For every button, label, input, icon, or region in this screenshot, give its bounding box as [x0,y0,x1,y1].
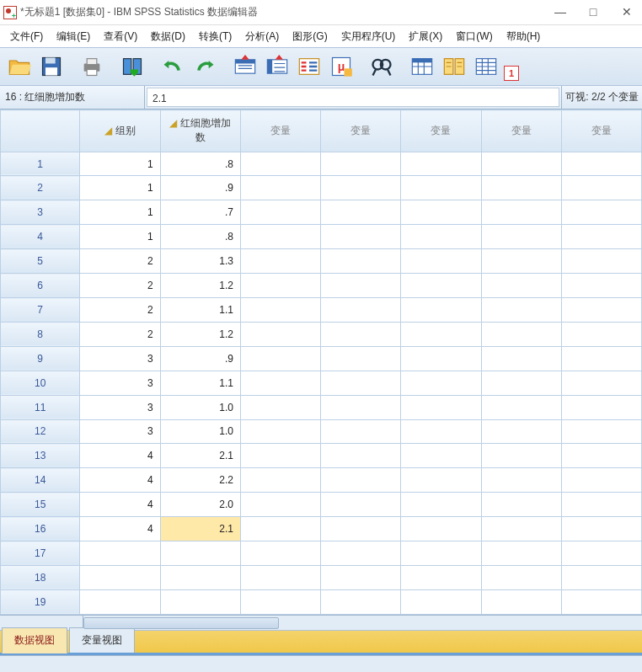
row-header[interactable]: 5 [1,249,80,274]
data-cell[interactable] [160,589,240,614]
row-header[interactable]: 7 [1,298,80,323]
data-cell[interactable]: 2.1 [160,444,240,468]
data-cell[interactable]: 1 [80,225,160,249]
data-cell[interactable] [241,589,321,614]
data-cell[interactable] [401,346,481,371]
data-cell[interactable]: 2.0 [160,493,240,517]
menu-graphs[interactable]: 图形(G) [286,27,334,46]
data-cell[interactable]: 1.1 [160,371,240,395]
close-button[interactable]: ✕ [622,8,632,18]
row-header[interactable]: 6 [1,274,80,298]
data-cell[interactable] [241,176,321,200]
data-cell[interactable] [241,322,321,346]
data-cell[interactable] [321,322,401,346]
menu-extensions[interactable]: 扩展(X) [402,27,449,46]
data-cell[interactable]: 1.3 [160,249,240,274]
menu-utilities[interactable]: 实用程序(U) [334,27,403,46]
data-cell[interactable]: 2 [80,249,160,274]
data-cell[interactable] [561,274,641,298]
row-header[interactable]: 3 [1,200,80,225]
data-cell[interactable] [401,152,481,176]
data-cell[interactable] [401,517,481,541]
data-cell[interactable] [401,468,481,493]
data-cell[interactable] [241,419,321,444]
find-button[interactable] [367,52,396,81]
data-cell[interactable]: .9 [160,346,240,371]
horizontal-scrollbar[interactable] [0,615,642,630]
tab-data-view[interactable]: 数据视图 [2,627,67,653]
data-cell[interactable] [481,419,561,444]
data-cell[interactable] [321,176,401,200]
row-header[interactable]: 15 [1,493,80,517]
data-cell[interactable]: .9 [160,176,240,200]
row-header[interactable]: 11 [1,395,80,419]
data-cell[interactable] [481,541,561,566]
data-cell[interactable] [401,419,481,444]
split-button[interactable] [408,52,436,81]
data-cell[interactable] [241,274,321,298]
data-cell[interactable] [561,249,641,274]
data-cell[interactable] [241,298,321,323]
variables-button[interactable] [295,52,324,81]
menu-file[interactable]: 文件(F) [3,27,50,46]
row-header[interactable]: 9 [1,346,80,371]
data-cell[interactable] [481,298,561,323]
data-cell[interactable] [481,322,561,346]
data-cell[interactable] [561,468,641,493]
data-cell[interactable] [561,176,641,200]
row-header[interactable]: 12 [1,419,80,444]
data-cell[interactable]: 2 [80,274,160,298]
data-cell[interactable] [241,346,321,371]
data-cell[interactable] [321,517,401,541]
weight-button[interactable] [440,52,468,81]
data-cell[interactable] [561,565,641,589]
print-button[interactable] [78,52,106,81]
menu-analyze[interactable]: 分析(A) [238,27,286,46]
menu-edit[interactable]: 编辑(E) [50,27,97,46]
row-header[interactable]: 2 [1,176,80,200]
column-header[interactable]: 变量 [481,110,561,152]
data-cell[interactable] [80,541,160,566]
data-cell[interactable] [241,565,321,589]
data-cell[interactable] [561,322,641,346]
goto-case-button[interactable] [231,52,259,81]
row-header[interactable]: 14 [1,468,80,493]
select-cases-button[interactable] [472,52,500,81]
data-cell[interactable] [321,493,401,517]
row-header[interactable]: 18 [1,565,80,589]
data-cell[interactable]: .7 [160,200,240,225]
data-cell[interactable]: 1.0 [160,395,240,419]
cell-name[interactable]: 16 : 红细胞增加数 [0,86,145,109]
data-cell[interactable] [481,444,561,468]
data-cell[interactable]: 3 [80,371,160,395]
open-button[interactable] [5,52,34,81]
data-cell[interactable] [481,225,561,249]
save-button[interactable] [37,52,66,81]
data-grid[interactable]: ◢组别◢红细胞增加数变量变量变量变量变量11.821.931.741.8521.… [0,109,642,615]
data-cell[interactable] [241,541,321,566]
data-cell[interactable]: .8 [160,152,240,176]
data-cell[interactable]: 1.2 [160,322,240,346]
data-cell[interactable] [321,541,401,566]
data-cell[interactable] [561,493,641,517]
data-cell[interactable] [80,565,160,589]
data-cell[interactable] [401,589,481,614]
data-cell[interactable] [241,249,321,274]
data-cell[interactable]: 2 [80,322,160,346]
data-cell[interactable] [561,371,641,395]
data-cell[interactable] [160,541,240,566]
data-cell[interactable] [241,444,321,468]
menu-help[interactable]: 帮助(H) [500,27,548,46]
data-cell[interactable] [481,565,561,589]
data-cell[interactable] [321,200,401,225]
data-cell[interactable] [401,322,481,346]
data-cell[interactable] [241,517,321,541]
data-cell[interactable] [561,541,641,566]
data-cell[interactable] [321,249,401,274]
data-cell[interactable] [561,444,641,468]
data-cell[interactable]: 2.1 [160,517,240,541]
data-cell[interactable] [321,565,401,589]
maximize-button[interactable]: □ [588,8,598,18]
minimize-button[interactable]: — [554,8,564,18]
menu-transform[interactable]: 转换(T) [192,27,238,46]
